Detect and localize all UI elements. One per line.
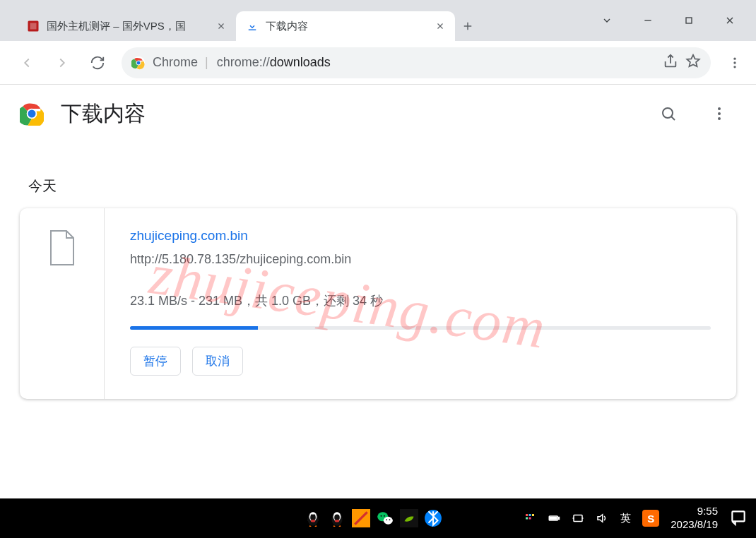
download-card: zhujiceping.com.bin http://5.180.78.135/… [20,208,736,399]
download-icon [246,20,259,32]
window-minimize-button[interactable] [627,6,668,35]
svg-rect-38 [529,518,531,520]
svg-rect-2 [686,18,692,23]
ime-language-indicator[interactable]: 英 [620,512,631,525]
svg-point-23 [334,515,340,521]
close-icon[interactable] [215,20,228,32]
download-filename-link[interactable]: zhujiceping.com.bin [130,228,711,244]
svg-point-28 [381,515,382,517]
window-controls [586,0,750,41]
svg-point-8 [733,66,736,68]
chevron-down-icon[interactable] [586,6,627,35]
close-icon[interactable] [434,20,447,32]
reload-button[interactable] [82,47,113,78]
download-progress-fill [130,326,258,330]
svg-point-13 [718,112,721,115]
tab-inactive-0[interactable]: 国外主机测评 – 国外VPS，国 [17,11,236,41]
url-text: chrome://downloads [217,55,654,70]
taskbar-app-qq-2[interactable] [328,509,346,527]
svg-point-31 [389,519,391,520]
site-info-chip[interactable]: Chrome | [131,55,208,70]
url-prefix: chrome:// [217,55,270,69]
svg-rect-37 [526,518,528,520]
chrome-icon [131,56,146,70]
site-favicon [27,20,40,32]
svg-rect-34 [526,514,528,516]
taskbar-app-nvidia[interactable] [400,509,418,527]
tray-overflow-icon[interactable] [523,511,537,525]
section-today-label: 今天 [28,177,736,196]
new-tab-button[interactable] [455,11,480,41]
tab-title: 国外主机测评 – 国外VPS，国 [47,20,208,33]
taskbar-clock[interactable]: 9:55 2023/8/19 [671,505,718,532]
svg-point-30 [386,519,387,520]
svg-point-6 [733,57,736,59]
system-tray: 英 S 9:55 2023/8/19 [523,505,748,532]
forward-button[interactable] [47,47,78,78]
downloads-page: zhujiceping.com 下载内容 今天 zhujiceping.com. [0,85,756,498]
clock-time: 9:55 [697,505,718,518]
svg-rect-40 [558,518,560,520]
search-button[interactable] [651,97,685,131]
address-bar[interactable]: Chrome | chrome://downloads [122,47,711,78]
svg-rect-1 [30,23,37,30]
notifications-icon[interactable] [729,508,748,529]
taskbar-app-bluetooth[interactable] [424,509,442,527]
svg-rect-24 [335,520,340,522]
taskbar-app-wechat[interactable] [376,509,394,527]
ime-sogou-icon[interactable]: S [642,510,659,527]
svg-rect-35 [529,514,531,516]
browser-menu-button[interactable] [719,47,750,78]
chrome-logo-icon [20,102,44,126]
download-body: zhujiceping.com.bin http://5.180.78.135/… [105,208,736,399]
svg-rect-43 [732,511,744,521]
download-source-url: http://5.180.78.135/zhujiceping.com.bin [130,252,711,267]
tab-active[interactable]: 下载内容 [236,11,455,41]
network-icon[interactable] [571,511,585,525]
svg-rect-36 [532,514,534,516]
taskbar-apps [304,509,442,527]
download-status-text: 23.1 MB/s - 231 MB，共 1.0 GB，还剩 34 秒 [130,292,711,309]
pause-button[interactable]: 暂停 [130,347,181,376]
window-maximize-button[interactable] [668,6,709,35]
page-content: 今天 zhujiceping.com.bin http://5.180.78.1… [0,143,756,427]
site-chip-label: Chrome [153,55,198,70]
download-actions: 暂停 取消 [130,347,711,376]
browser-toolbar: Chrome | chrome://downloads [0,41,756,85]
back-button[interactable] [11,47,42,78]
svg-point-27 [384,517,393,525]
separator: | [205,55,208,70]
svg-point-11 [663,108,673,118]
share-icon[interactable] [663,54,678,72]
bookmark-icon[interactable] [685,54,701,72]
svg-point-12 [718,107,721,110]
svg-point-18 [311,515,312,516]
svg-rect-20 [311,520,316,522]
battery-icon[interactable] [547,511,561,525]
svg-point-19 [314,515,315,516]
svg-point-29 [384,515,385,517]
browser-tabstrip: 国外主机测评 – 国外VPS，国 下载内容 [0,0,756,41]
page-menu-button[interactable] [702,97,736,131]
svg-rect-42 [574,515,582,522]
url-path: downloads [270,55,331,69]
windows-taskbar: 英 S 9:55 2023/8/19 [0,498,756,538]
clock-date: 2023/8/19 [671,518,718,532]
volume-icon[interactable] [595,511,609,525]
tab-title: 下载内容 [266,20,427,33]
window-close-button[interactable] [709,6,750,35]
svg-point-14 [718,117,721,120]
download-file-icon [20,208,105,399]
svg-point-7 [733,61,736,64]
download-progress-bar [130,326,711,330]
page-title: 下载内容 [61,100,146,128]
page-header: 下载内容 [0,85,756,143]
tray-icons [523,511,609,525]
svg-rect-41 [550,518,557,520]
omnibox-actions [663,54,701,72]
taskbar-app-qq-1[interactable] [304,509,322,527]
taskbar-app-orange[interactable] [352,509,370,527]
cancel-button[interactable]: 取消 [192,347,243,376]
